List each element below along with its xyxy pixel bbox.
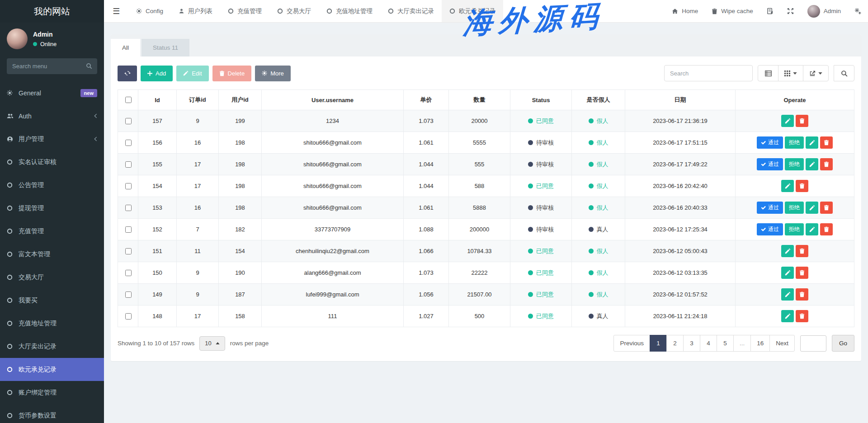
page-number-button[interactable]: 5 [717, 335, 734, 352]
column-header[interactable]: 是否假人 [572, 90, 625, 110]
sidebar-item[interactable]: 欧元承兑记录 [0, 358, 104, 381]
sidebar-item[interactable]: 交易大厅 [0, 266, 104, 289]
row-edit-button[interactable] [806, 202, 818, 214]
row-checkbox[interactable] [125, 140, 132, 146]
approve-button[interactable]: 通过 [757, 223, 783, 235]
approve-button[interactable]: 通过 [757, 158, 783, 170]
edit-button[interactable]: Edit [176, 66, 208, 81]
sidebar-item[interactable]: 提现管理 [0, 197, 104, 220]
row-edit-button[interactable] [781, 115, 794, 127]
row-checkbox[interactable] [125, 205, 132, 211]
export-button[interactable] [803, 65, 829, 81]
reject-button[interactable]: 拒绝 [785, 158, 804, 170]
sidebar-item[interactable]: 充值管理 [0, 220, 104, 243]
row-edit-button[interactable] [781, 245, 794, 257]
page-number-button[interactable]: 4 [700, 335, 717, 352]
row-checkbox[interactable] [125, 183, 132, 189]
sidebar-item[interactable]: Auth [0, 104, 104, 127]
row-edit-button[interactable] [806, 223, 818, 235]
panel-tab[interactable]: Status 11 [142, 39, 189, 56]
search-toggle-button[interactable] [834, 65, 854, 81]
reject-button[interactable]: 拒绝 [785, 223, 804, 235]
row-delete-button[interactable] [796, 180, 808, 192]
hamburger-menu-icon[interactable]: ☰ [104, 0, 128, 22]
column-header[interactable]: 用户id [219, 90, 262, 110]
panel-tab[interactable]: All [111, 39, 140, 56]
page-number-button[interactable]: 3 [683, 335, 700, 352]
topnav-tab[interactable]: 欧元承兑记录 [442, 0, 503, 22]
page-number-button[interactable]: 16 [750, 335, 770, 352]
fullscreen-button[interactable] [780, 0, 801, 22]
row-delete-button[interactable] [820, 223, 833, 235]
topnav-tab[interactable]: 交易大厅 [269, 0, 319, 22]
topnav-tab[interactable]: 用户列表 [171, 0, 220, 22]
row-edit-button[interactable] [781, 180, 794, 192]
select-all-checkbox[interactable] [125, 97, 132, 103]
previous-page-button[interactable]: Previous [613, 335, 650, 352]
sidebar-item[interactable]: 公告管理 [0, 174, 104, 197]
page-number-button[interactable]: 2 [666, 335, 684, 352]
table-search-input[interactable] [664, 65, 753, 81]
row-edit-button[interactable] [781, 267, 794, 279]
row-delete-button[interactable] [820, 202, 833, 214]
page-jump-input[interactable] [800, 335, 826, 352]
sidebar-item[interactable]: 账户绑定管理 [0, 381, 104, 404]
go-button[interactable]: Go [832, 335, 854, 352]
sidebar-item[interactable]: 实名认证审核 [0, 150, 104, 174]
more-button[interactable]: More [255, 66, 291, 81]
home-button[interactable]: Home [665, 0, 705, 22]
row-checkbox[interactable] [125, 226, 132, 233]
row-checkbox[interactable] [125, 270, 132, 276]
row-checkbox[interactable] [125, 118, 132, 124]
topnav-tab[interactable]: 充值地址管理 [319, 0, 380, 22]
row-delete-button[interactable] [796, 115, 808, 127]
row-checkbox[interactable] [125, 313, 132, 320]
row-edit-button[interactable] [806, 136, 818, 149]
reject-button[interactable]: 拒绝 [785, 202, 804, 214]
row-delete-button[interactable] [796, 288, 808, 301]
column-header[interactable]: 订单id [177, 90, 219, 110]
sidebar-item[interactable]: 我要买 [0, 289, 104, 312]
columns-button[interactable] [778, 65, 803, 81]
row-edit-button[interactable] [781, 288, 794, 301]
sidebar-item[interactable]: 充值地址管理 [0, 312, 104, 335]
topnav-tab[interactable]: 充值管理 [220, 0, 269, 22]
row-edit-button[interactable] [781, 310, 794, 322]
row-checkbox[interactable] [125, 161, 132, 168]
settings-button[interactable] [848, 0, 868, 22]
sidebar-item[interactable]: 大厅卖出记录 [0, 335, 104, 358]
wipe-cache-button[interactable]: Wipe cache [705, 0, 760, 22]
topnav-tab[interactable]: Config [128, 0, 171, 22]
row-delete-button[interactable] [820, 136, 833, 149]
add-button[interactable]: Add [141, 66, 173, 81]
row-delete-button[interactable] [820, 158, 833, 170]
sidebar-item[interactable]: 用户管理 [0, 127, 104, 150]
column-header[interactable]: Id [138, 90, 177, 110]
sidebar-item[interactable]: 货币参数设置 [0, 404, 104, 423]
page-number-button[interactable]: 1 [650, 335, 667, 352]
approve-button[interactable]: 通过 [757, 202, 783, 214]
search-icon[interactable] [86, 63, 92, 69]
sidebar-item[interactable]: Generalnew [0, 81, 104, 104]
sidebar-search-input[interactable] [7, 58, 97, 74]
row-delete-button[interactable] [796, 245, 808, 257]
column-header[interactable]: 单价 [404, 90, 449, 110]
topnav-tab[interactable]: 大厅卖出记录 [380, 0, 442, 22]
row-checkbox[interactable] [125, 248, 132, 254]
column-header[interactable]: 日期 [625, 90, 736, 110]
column-header[interactable]: Operate [736, 90, 854, 110]
column-header[interactable]: 数量 [449, 90, 510, 110]
approve-button[interactable]: 通过 [757, 136, 783, 149]
column-header[interactable]: User.username [262, 90, 404, 110]
sidebar-item[interactable]: 富文本管理 [0, 243, 104, 266]
row-edit-button[interactable] [806, 158, 818, 170]
check-update-button[interactable] [760, 0, 780, 22]
admin-menu[interactable]: Admin [801, 0, 848, 22]
page-size-dropdown[interactable]: 10 [199, 336, 225, 351]
row-delete-button[interactable] [796, 310, 808, 322]
row-checkbox[interactable] [125, 291, 132, 298]
delete-button[interactable]: Delete [212, 66, 252, 81]
refresh-button[interactable] [118, 66, 137, 81]
next-page-button[interactable]: Next [769, 335, 795, 352]
row-delete-button[interactable] [796, 267, 808, 279]
